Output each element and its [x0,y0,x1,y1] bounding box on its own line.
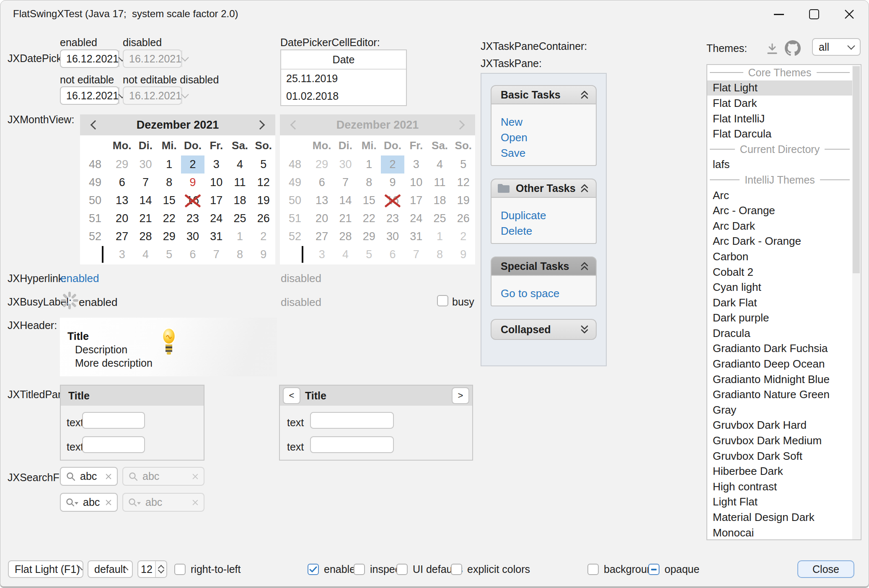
calendar-day[interactable]: 7 [134,174,157,192]
font-size-spinner[interactable]: 12 [137,560,167,578]
calendar-day[interactable]: 14 [134,192,157,210]
checkbox-inspect[interactable]: inspect [354,563,403,575]
minimize-button[interactable] [766,5,791,23]
calendar-day[interactable]: 17 [204,192,228,210]
calendar-day[interactable]: 22 [158,210,181,228]
calendar-day[interactable]: 21 [134,210,157,228]
checkbox-label[interactable]: right-to-left [191,563,241,575]
calendar-day[interactable]: 20 [110,210,134,228]
calendar-day[interactable]: 19 [252,192,275,210]
calendar-day[interactable]: 28 [134,228,157,246]
checkbox-opaque[interactable]: opaque [648,563,699,575]
theme-item[interactable]: Arc [707,188,852,203]
laf-combobox[interactable]: Flat Light (F1) [8,560,83,578]
calendar-day[interactable]: 5 [158,246,181,264]
taskpane-header[interactable]: Basic Tasks [491,85,597,104]
checkbox-label[interactable]: opaque [665,563,699,575]
taskpane-header[interactable]: Special Tasks [491,256,597,276]
search-value[interactable]: abc [80,470,105,482]
calendar-day[interactable]: 3 [204,155,228,174]
calendar-day[interactable]: 3 [110,246,134,264]
download-themes-button[interactable] [764,41,781,57]
collapse-icon[interactable] [579,89,590,100]
collapse-icon[interactable] [579,261,590,272]
hyperlink-enabled[interactable]: enabled [60,272,99,285]
scrollbar-thumb[interactable] [853,66,860,273]
taskpane-header[interactable]: Other Tasks [491,179,597,198]
maximize-button[interactable] [802,5,827,23]
expand-icon[interactable] [579,324,590,335]
close-window-button[interactable] [837,5,862,23]
calendar-day[interactable]: 1 [228,228,251,246]
calendar-day[interactable]: 27 [110,228,134,246]
calendar-day[interactable]: 10 [204,174,228,192]
theme-item[interactable]: Dracula [707,326,852,341]
searchfield-enabled[interactable]: abc [60,467,118,486]
busy-checkbox[interactable] [437,295,448,306]
checkbox-explicit-colors[interactable]: explicit colors [451,563,530,575]
calendar-day[interactable]: 29 [110,155,134,174]
theme-item[interactable]: Monocai [707,525,852,540]
titledpanel-left-button[interactable]: < [283,387,300,404]
table-row[interactable]: 25.11.2019 [281,70,406,87]
titledpanel-right-button[interactable]: > [452,387,469,404]
text-field[interactable] [310,436,394,453]
calendar-day[interactable]: 11 [228,174,251,192]
task-link[interactable]: Save [501,145,596,161]
calendar-day[interactable]: 18 [228,192,251,210]
calendar-day[interactable]: 9 [252,246,275,264]
calendar-day[interactable]: 5 [252,155,275,174]
collapse-icon[interactable] [579,183,590,194]
theme-item[interactable]: Light Flat [707,495,852,510]
prev-month-button[interactable] [88,122,100,128]
theme-item[interactable]: Cyan light [707,280,852,295]
calendar-day[interactable]: 4 [228,155,251,174]
calendar-day[interactable]: 12 [252,174,275,192]
table-row[interactable]: 01.02.2018 [281,87,406,105]
theme-item[interactable]: Gruvbox Dark Soft [707,448,852,464]
theme-item[interactable]: Flat Dark [707,96,852,111]
datepicker-enabled[interactable]: 16.12.2021 [60,49,119,68]
text-field[interactable] [82,412,145,429]
calendar-day[interactable]: 2 [181,155,204,174]
search-value[interactable]: abc [83,496,105,508]
theme-item[interactable]: Gruvbox Dark Medium [707,433,852,448]
spinner-buttons[interactable] [155,561,166,577]
task-link[interactable]: Open [501,130,596,145]
calendar-day[interactable]: 6 [110,174,134,192]
theme-item[interactable]: Gradianto Nature Green [707,387,852,402]
calendar-day[interactable]: 8 [158,174,181,192]
checkbox-label[interactable]: explicit colors [467,563,530,575]
font-combobox[interactable]: default [88,560,133,578]
calendar-day[interactable]: 7 [204,246,228,264]
calendar-day[interactable]: 31 [204,228,228,246]
task-link[interactable]: Delete [501,223,596,239]
datepicker-value[interactable]: 16.12.2021 [61,53,119,65]
theme-item[interactable]: Gruvbox Dark Hard [707,418,852,433]
theme-item[interactable]: Flat Darcula [707,126,852,142]
calendar-day[interactable]: 26 [252,210,275,228]
theme-item[interactable]: Arc - Orange [707,203,852,218]
taskpane-header[interactable]: Collapsed [491,319,597,340]
theme-item[interactable]: Material Design Dark [707,510,852,525]
busy-checkbox-label[interactable]: busy [452,296,474,308]
github-button[interactable] [784,39,802,57]
calendar-day[interactable]: 2 [252,228,275,246]
task-link[interactable]: Go to space [501,286,596,301]
close-button[interactable]: Close [797,560,854,578]
calendar-day[interactable]: 25 [228,210,251,228]
scrollbar-track[interactable] [852,65,860,540]
clear-icon[interactable] [105,499,112,506]
calendar-day[interactable]: 13 [110,192,134,210]
theme-item[interactable]: Flat IntelliJ [707,111,852,127]
spinner-value[interactable]: 12 [138,561,155,577]
theme-item[interactable]: Dark purple [707,311,852,326]
theme-item[interactable]: Arc Dark [707,218,852,234]
theme-item[interactable]: Carbon [707,249,852,264]
theme-item[interactable]: Hiberbee Dark [707,464,852,479]
theme-item[interactable]: Cobalt 2 [707,264,852,280]
calendar-day[interactable]: 16 [181,192,204,210]
checkbox-enabled[interactable]: enabled [308,563,361,575]
text-field[interactable] [310,412,394,429]
calendar-day[interactable]: 23 [181,210,204,228]
